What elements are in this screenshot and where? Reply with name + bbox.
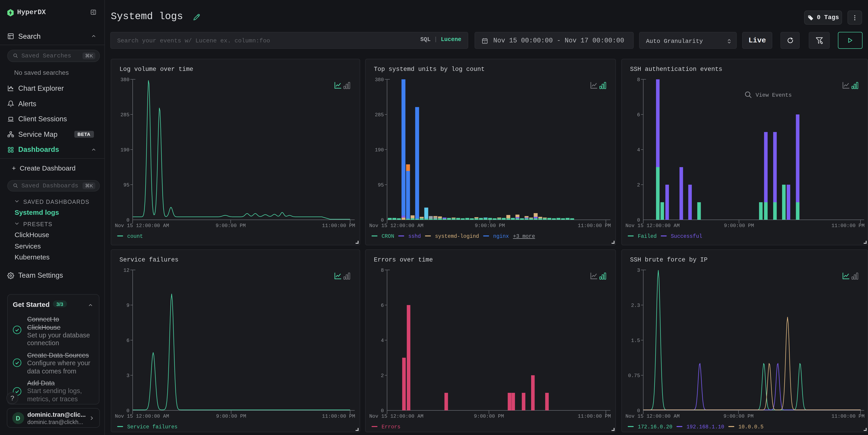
svg-text:Nov 15 12:00:00 AM: Nov 15 12:00:00 AM — [115, 413, 169, 419]
svg-text:11:00:00 PM: 11:00:00 PM — [322, 223, 355, 229]
svg-text:3: 3 — [637, 268, 640, 273]
svg-text:2: 2 — [637, 182, 640, 188]
svg-text:Service failures: Service failures — [127, 424, 178, 430]
svg-text:10.0.0.5: 10.0.0.5 — [738, 424, 763, 430]
svg-text:172.16.0.20: 172.16.0.20 — [638, 424, 672, 430]
svg-text:285: 285 — [120, 112, 129, 118]
svg-text:sshd: sshd — [408, 234, 421, 239]
svg-text:View Events: View Events — [755, 92, 792, 98]
svg-text:systemd-logind: systemd-logind — [435, 234, 479, 239]
svg-text:6: 6 — [126, 338, 129, 343]
svg-text:count: count — [127, 234, 143, 239]
svg-text:6: 6 — [381, 303, 383, 308]
svg-text:6: 6 — [637, 112, 640, 118]
svg-text:CRON: CRON — [381, 234, 394, 239]
svg-text:285: 285 — [374, 112, 383, 118]
svg-text:0: 0 — [381, 408, 383, 413]
svg-text:0: 0 — [637, 408, 640, 413]
svg-text:8: 8 — [637, 77, 640, 83]
svg-text:0: 0 — [126, 408, 129, 413]
svg-text:12: 12 — [123, 268, 129, 273]
svg-text:SSH brute force by IP: SSH brute force by IP — [630, 256, 707, 263]
svg-text:Nov 15 12:00:00 AM: Nov 15 12:00:00 AM — [625, 223, 680, 229]
svg-text:4: 4 — [381, 338, 383, 343]
svg-text:9:00:00 PM: 9:00:00 PM — [474, 223, 505, 229]
svg-text:Errors: Errors — [381, 424, 400, 430]
svg-text:8: 8 — [381, 268, 383, 273]
svg-text:11:00:00 PM: 11:00:00 PM — [831, 413, 864, 419]
svg-text:0: 0 — [126, 218, 129, 223]
svg-text:3: 3 — [126, 373, 129, 378]
svg-text:0: 0 — [637, 218, 640, 223]
svg-text:190: 190 — [374, 147, 383, 153]
svg-text:9:00:00 PM: 9:00:00 PM — [723, 413, 753, 419]
svg-text:Errors over time: Errors over time — [374, 256, 433, 263]
svg-text:192.168.1.10: 192.168.1.10 — [686, 424, 724, 430]
svg-text:4: 4 — [637, 147, 640, 153]
svg-text:1.5: 1.5 — [631, 338, 640, 343]
svg-text:95: 95 — [123, 182, 129, 188]
svg-text:11:00:00 PM: 11:00:00 PM — [578, 223, 611, 229]
svg-text:1: 1 — [484, 40, 486, 43]
svg-text:0: 0 — [381, 218, 383, 223]
svg-text:9:00:00 PM: 9:00:00 PM — [474, 413, 504, 419]
svg-text:SSH authentication events: SSH authentication events — [630, 66, 722, 73]
svg-text:9:00:00 PM: 9:00:00 PM — [724, 223, 754, 229]
svg-text:11:00:00 PM: 11:00:00 PM — [831, 223, 864, 229]
svg-text:Nov 15 12:00:00 AM: Nov 15 12:00:00 AM — [369, 413, 423, 419]
svg-text:9: 9 — [126, 303, 129, 308]
svg-text:+3 more: +3 more — [513, 234, 535, 239]
svg-text:11:00:00 PM: 11:00:00 PM — [322, 413, 355, 419]
svg-text:190: 190 — [120, 147, 129, 153]
svg-text:9:00:00 PM: 9:00:00 PM — [216, 413, 246, 419]
svg-text:9:00:00 PM: 9:00:00 PM — [216, 223, 246, 229]
svg-text:380: 380 — [374, 77, 383, 83]
svg-text:Top systemd units by log count: Top systemd units by log count — [374, 66, 485, 73]
svg-text:2.3: 2.3 — [631, 303, 640, 308]
svg-text:2: 2 — [381, 373, 383, 378]
svg-text:Nov 15 12:00:00 AM: Nov 15 12:00:00 AM — [625, 413, 680, 419]
svg-text:95: 95 — [378, 182, 383, 188]
svg-text:0.75: 0.75 — [628, 373, 640, 378]
svg-text:Successful: Successful — [671, 234, 702, 239]
svg-text:Nov 15 12:00:00 AM: Nov 15 12:00:00 AM — [369, 223, 423, 229]
svg-text:nginx: nginx — [493, 234, 509, 239]
svg-text:Log volume over time: Log volume over time — [119, 66, 193, 73]
svg-text:11:00:00 PM: 11:00:00 PM — [578, 413, 611, 419]
svg-text:Service failures: Service failures — [119, 256, 179, 263]
svg-text:Failed: Failed — [638, 234, 656, 239]
svg-text:380: 380 — [120, 77, 129, 83]
svg-text:Nov 15 12:00:00 AM: Nov 15 12:00:00 AM — [115, 223, 169, 229]
